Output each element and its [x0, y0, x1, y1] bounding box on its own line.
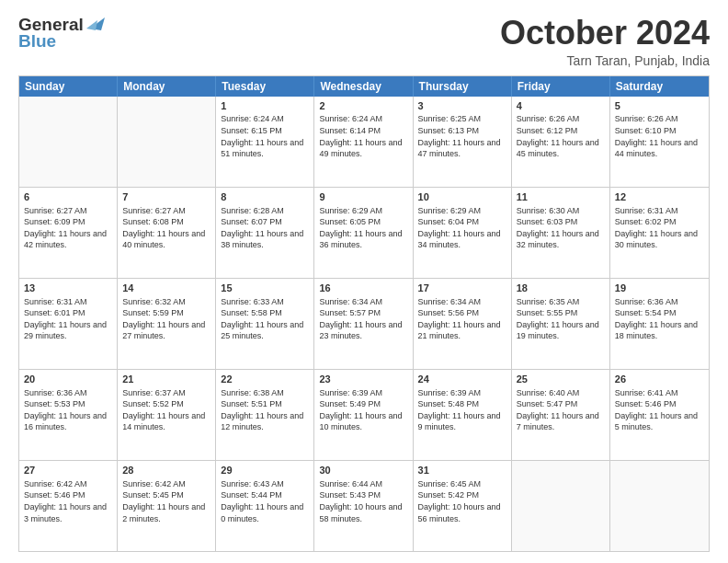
day-info: Sunrise: 6:33 AM Sunset: 5:58 PM Dayligh… — [221, 296, 309, 342]
day-number: 24 — [418, 373, 506, 386]
day-info: Sunrise: 6:28 AM Sunset: 6:07 PM Dayligh… — [221, 205, 309, 251]
calendar-cell: 25Sunrise: 6:40 AM Sunset: 5:47 PM Dayli… — [512, 370, 610, 460]
day-info: Sunrise: 6:29 AM Sunset: 6:04 PM Dayligh… — [418, 205, 506, 251]
calendar-row: 6Sunrise: 6:27 AM Sunset: 6:09 PM Daylig… — [19, 187, 709, 278]
day-info: Sunrise: 6:27 AM Sunset: 6:08 PM Dayligh… — [122, 205, 210, 251]
calendar-cell — [19, 97, 118, 187]
day-number: 3 — [418, 99, 506, 113]
calendar-body: 1Sunrise: 6:24 AM Sunset: 6:15 PM Daylig… — [19, 97, 709, 551]
logo: General Blue — [18, 15, 105, 52]
calendar-cell: 27Sunrise: 6:42 AM Sunset: 5:46 PM Dayli… — [19, 461, 118, 551]
calendar-header-day: Sunday — [19, 76, 118, 97]
calendar-row: 1Sunrise: 6:24 AM Sunset: 6:15 PM Daylig… — [19, 97, 709, 187]
day-info: Sunrise: 6:42 AM Sunset: 5:45 PM Dayligh… — [122, 478, 210, 524]
calendar-cell — [512, 461, 610, 551]
day-info: Sunrise: 6:44 AM Sunset: 5:43 PM Dayligh… — [319, 478, 407, 524]
logo-wing-icon — [85, 16, 105, 32]
calendar-cell: 1Sunrise: 6:24 AM Sunset: 6:15 PM Daylig… — [216, 97, 314, 187]
calendar-cell: 26Sunrise: 6:41 AM Sunset: 5:46 PM Dayli… — [610, 370, 709, 460]
calendar-cell: 18Sunrise: 6:35 AM Sunset: 5:55 PM Dayli… — [512, 279, 610, 369]
calendar-cell: 20Sunrise: 6:36 AM Sunset: 5:53 PM Dayli… — [19, 370, 118, 460]
calendar-cell: 7Sunrise: 6:27 AM Sunset: 6:08 PM Daylig… — [118, 188, 216, 278]
calendar-cell: 11Sunrise: 6:30 AM Sunset: 6:03 PM Dayli… — [512, 188, 610, 278]
day-info: Sunrise: 6:42 AM Sunset: 5:46 PM Dayligh… — [24, 478, 112, 524]
day-info: Sunrise: 6:34 AM Sunset: 5:56 PM Dayligh… — [418, 296, 506, 342]
calendar-cell: 31Sunrise: 6:45 AM Sunset: 5:42 PM Dayli… — [414, 461, 512, 551]
day-number: 20 — [24, 373, 112, 386]
day-number: 6 — [24, 190, 112, 204]
day-info: Sunrise: 6:30 AM Sunset: 6:03 PM Dayligh… — [517, 205, 605, 251]
day-info: Sunrise: 6:39 AM Sunset: 5:48 PM Dayligh… — [418, 387, 506, 433]
calendar-cell: 23Sunrise: 6:39 AM Sunset: 5:49 PM Dayli… — [314, 370, 413, 460]
calendar-header: SundayMondayTuesdayWednesdayThursdayFrid… — [19, 76, 709, 97]
day-number: 8 — [221, 190, 309, 204]
calendar-cell: 24Sunrise: 6:39 AM Sunset: 5:48 PM Dayli… — [414, 370, 512, 460]
calendar-header-day: Tuesday — [216, 76, 314, 97]
calendar-header-day: Friday — [512, 76, 610, 97]
day-info: Sunrise: 6:36 AM Sunset: 5:53 PM Dayligh… — [24, 387, 112, 433]
day-info: Sunrise: 6:43 AM Sunset: 5:44 PM Dayligh… — [221, 478, 309, 524]
calendar-row: 27Sunrise: 6:42 AM Sunset: 5:46 PM Dayli… — [19, 460, 709, 551]
calendar-cell: 17Sunrise: 6:34 AM Sunset: 5:56 PM Dayli… — [414, 279, 512, 369]
calendar-cell: 2Sunrise: 6:24 AM Sunset: 6:14 PM Daylig… — [314, 97, 413, 187]
day-info: Sunrise: 6:31 AM Sunset: 6:01 PM Dayligh… — [24, 296, 112, 342]
calendar-cell: 15Sunrise: 6:33 AM Sunset: 5:58 PM Dayli… — [216, 279, 314, 369]
calendar-cell: 8Sunrise: 6:28 AM Sunset: 6:07 PM Daylig… — [216, 188, 314, 278]
calendar-cell: 14Sunrise: 6:32 AM Sunset: 5:59 PM Dayli… — [118, 279, 216, 369]
calendar-cell: 4Sunrise: 6:26 AM Sunset: 6:12 PM Daylig… — [512, 97, 610, 187]
calendar-cell: 9Sunrise: 6:29 AM Sunset: 6:05 PM Daylig… — [314, 188, 413, 278]
calendar-cell: 29Sunrise: 6:43 AM Sunset: 5:44 PM Dayli… — [216, 461, 314, 551]
calendar-cell: 28Sunrise: 6:42 AM Sunset: 5:45 PM Dayli… — [118, 461, 216, 551]
calendar-row: 13Sunrise: 6:31 AM Sunset: 6:01 PM Dayli… — [19, 278, 709, 369]
logo-blue-text: Blue — [18, 31, 56, 52]
day-info: Sunrise: 6:29 AM Sunset: 6:05 PM Dayligh… — [319, 205, 407, 251]
day-number: 26 — [615, 373, 704, 386]
svg-marker-1 — [86, 20, 97, 30]
calendar-cell: 12Sunrise: 6:31 AM Sunset: 6:02 PM Dayli… — [610, 188, 709, 278]
day-info: Sunrise: 6:24 AM Sunset: 6:15 PM Dayligh… — [221, 113, 309, 159]
day-number: 2 — [319, 99, 407, 113]
day-number: 27 — [24, 464, 112, 477]
day-number: 5 — [615, 99, 704, 113]
day-info: Sunrise: 6:45 AM Sunset: 5:42 PM Dayligh… — [418, 478, 506, 524]
day-number: 13 — [24, 282, 112, 295]
header: General Blue October 2024 Tarn Taran, Pu… — [18, 15, 710, 68]
day-info: Sunrise: 6:40 AM Sunset: 5:47 PM Dayligh… — [517, 387, 605, 433]
day-info: Sunrise: 6:27 AM Sunset: 6:09 PM Dayligh… — [24, 205, 112, 251]
calendar-row: 20Sunrise: 6:36 AM Sunset: 5:53 PM Dayli… — [19, 369, 709, 460]
calendar-cell: 5Sunrise: 6:26 AM Sunset: 6:10 PM Daylig… — [610, 97, 709, 187]
day-number: 31 — [418, 464, 506, 477]
day-number: 9 — [319, 190, 407, 204]
day-number: 15 — [221, 282, 309, 295]
calendar-cell: 21Sunrise: 6:37 AM Sunset: 5:52 PM Dayli… — [118, 370, 216, 460]
day-number: 16 — [319, 282, 407, 295]
day-number: 29 — [221, 464, 309, 477]
calendar: SundayMondayTuesdayWednesdayThursdayFrid… — [18, 75, 710, 552]
day-number: 1 — [221, 99, 309, 113]
calendar-cell — [610, 461, 709, 551]
day-number: 18 — [517, 282, 605, 295]
day-number: 10 — [418, 190, 506, 204]
day-number: 28 — [122, 464, 210, 477]
day-info: Sunrise: 6:34 AM Sunset: 5:57 PM Dayligh… — [319, 296, 407, 342]
day-number: 22 — [221, 373, 309, 386]
day-number: 17 — [418, 282, 506, 295]
day-number: 19 — [615, 282, 704, 295]
day-info: Sunrise: 6:32 AM Sunset: 5:59 PM Dayligh… — [122, 296, 210, 342]
day-info: Sunrise: 6:24 AM Sunset: 6:14 PM Dayligh… — [319, 113, 407, 159]
day-number: 25 — [517, 373, 605, 386]
calendar-cell: 6Sunrise: 6:27 AM Sunset: 6:09 PM Daylig… — [19, 188, 118, 278]
title-block: October 2024 Tarn Taran, Punjab, India — [500, 15, 710, 68]
day-number: 30 — [319, 464, 407, 477]
day-number: 23 — [319, 373, 407, 386]
calendar-cell: 22Sunrise: 6:38 AM Sunset: 5:51 PM Dayli… — [216, 370, 314, 460]
calendar-header-day: Wednesday — [314, 76, 413, 97]
calendar-cell: 13Sunrise: 6:31 AM Sunset: 6:01 PM Dayli… — [19, 279, 118, 369]
calendar-cell: 16Sunrise: 6:34 AM Sunset: 5:57 PM Dayli… — [314, 279, 413, 369]
month-title: October 2024 — [500, 15, 710, 52]
day-number: 12 — [615, 190, 704, 204]
calendar-cell: 3Sunrise: 6:25 AM Sunset: 6:13 PM Daylig… — [414, 97, 512, 187]
calendar-cell: 10Sunrise: 6:29 AM Sunset: 6:04 PM Dayli… — [414, 188, 512, 278]
calendar-header-day: Monday — [118, 76, 216, 97]
day-number: 7 — [122, 190, 210, 204]
